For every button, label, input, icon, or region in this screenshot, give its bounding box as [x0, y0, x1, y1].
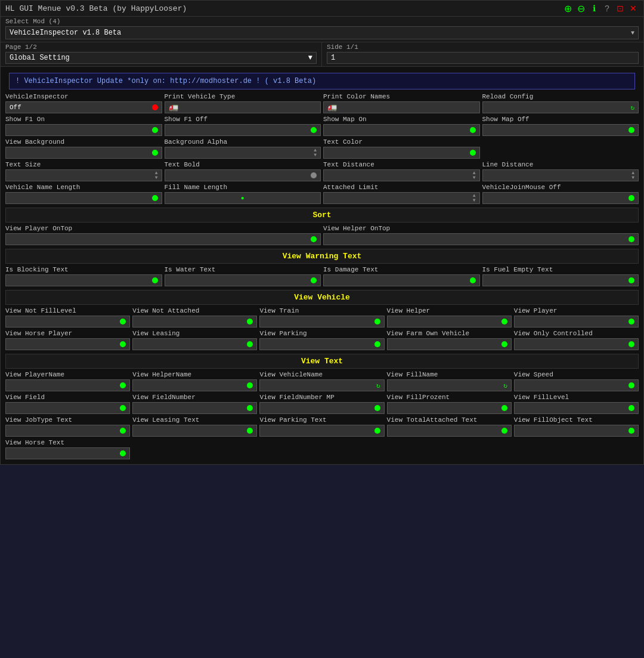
is-damage-text-control[interactable]	[323, 274, 480, 286]
view-only-controlled-label: View Only Controlled	[514, 330, 639, 337]
attached-limit-control[interactable]: ▲▼	[323, 192, 480, 204]
fill-name-length-control[interactable]: ●	[165, 192, 321, 204]
page-side-row: Page 1/2 Global Setting ▼ Side 1/1 1	[1, 42, 643, 67]
view-field-label: View Field	[5, 394, 130, 401]
page-cell: Page 1/2 Global Setting ▼	[1, 42, 322, 66]
view-total-attached-text-control[interactable]	[387, 425, 512, 437]
view-parking-label: View Parking	[259, 330, 384, 337]
background-alpha-control[interactable]: ▲▼	[165, 147, 321, 159]
line-distance-label: Line Distance	[482, 161, 639, 168]
view-helper-name-field: View HelperName	[132, 371, 257, 391]
view-fill-name-control[interactable]: ↻	[387, 379, 512, 391]
text-bold-control[interactable]	[165, 169, 321, 181]
vehicle-inspector-label: VehicleInspector	[5, 93, 162, 100]
vehicle-name-length-control[interactable]	[5, 192, 162, 204]
is-fuel-empty-text-control[interactable]	[482, 274, 639, 286]
show-map-on-indicator	[470, 127, 476, 133]
view-player-control[interactable]	[514, 316, 639, 328]
mod-dropdown[interactable]: VehicleInspector v1.8 Beta ▼	[5, 26, 639, 39]
show-f1-off-label: Show F1 Off	[165, 116, 321, 123]
show-map-on-control[interactable]	[323, 124, 480, 136]
view-fill-level-field: View FillLevel	[514, 394, 639, 414]
vehicle-join-mouse-off-control[interactable]	[482, 192, 639, 204]
print-color-names-control[interactable]: 🚛	[323, 101, 480, 113]
view-horse-text-label: View Horse Text	[5, 439, 130, 446]
fill-name-length-dot: ●	[241, 195, 244, 202]
show-map-off-control[interactable]	[482, 124, 639, 136]
show-f1-off-control[interactable]	[165, 124, 321, 136]
print-vehicle-type-field: Print Vehicle Type 🚛	[165, 93, 321, 113]
view-horse-text-control[interactable]	[5, 447, 130, 459]
view-not-attached-control[interactable]	[132, 316, 257, 328]
view-player-on-top-control[interactable]	[5, 233, 321, 245]
view-train-label: View Train	[259, 307, 384, 314]
minus-button[interactable]: ⊖	[575, 3, 586, 14]
view-player-on-top-label: View Player OnTop	[5, 225, 321, 232]
view-helper-field: View Helper	[387, 307, 512, 328]
close-button[interactable]: ✕	[628, 3, 639, 14]
text-bold-indicator	[311, 172, 317, 178]
view-player-name-control[interactable]	[5, 379, 130, 391]
text-color-control[interactable]	[323, 147, 480, 159]
view-parking-text-control[interactable]	[259, 425, 384, 437]
view-farm-own-vehicle-control[interactable]	[387, 338, 512, 350]
page-dropdown[interactable]: Global Setting ▼	[5, 52, 317, 64]
view-vehicle-row1-grid: View Not FillLevel View Not Attached Vie…	[5, 307, 639, 328]
add-button[interactable]: ⊕	[562, 3, 573, 14]
show-f1-off-indicator	[311, 127, 317, 133]
text-size-control[interactable]: ▲▼	[5, 169, 162, 181]
view-text-row3-grid: View JobType Text View Leasing Text View…	[5, 416, 639, 437]
view-leasing-text-control[interactable]	[132, 425, 257, 437]
row4-grid: Text Size ▲▼ Text Bold Text Distance ▲▼ …	[5, 161, 639, 181]
view-fill-object-text-indicator	[628, 428, 634, 434]
is-fuel-empty-text-field: Is Fuel Empty Text	[482, 266, 639, 286]
help-button[interactable]: ?	[602, 3, 612, 14]
view-vehicle-name-control[interactable]: ↻	[259, 379, 384, 391]
view-fill-level-control[interactable]	[514, 402, 639, 414]
fill-name-length-field: Fill Name Length ●	[165, 184, 321, 204]
is-blocking-text-control[interactable]	[5, 274, 162, 286]
vehicle-inspector-control[interactable]: Off	[5, 101, 162, 113]
view-horse-text-field: View Horse Text	[5, 439, 130, 459]
view-field-number-control[interactable]	[132, 402, 257, 414]
view-not-fill-level-control[interactable]	[5, 316, 130, 328]
view-helper-on-top-field: View Helper OnTop	[323, 225, 639, 245]
is-water-text-control[interactable]	[165, 274, 321, 286]
info-button[interactable]: ℹ	[589, 3, 599, 14]
reload-config-control[interactable]: ↻	[482, 101, 639, 113]
view-speed-indicator	[628, 382, 634, 388]
view-fill-level-label: View FillLevel	[514, 394, 639, 401]
view-field-number-mp-control[interactable]	[259, 402, 384, 414]
show-f1-on-control[interactable]	[5, 124, 162, 136]
view-fill-name-icon: ↻	[503, 382, 507, 390]
view-player-indicator	[628, 319, 634, 325]
view-background-control[interactable]	[5, 147, 162, 159]
side-dropdown[interactable]: 1	[327, 52, 639, 64]
line-distance-control[interactable]: ▲▼	[482, 169, 639, 181]
view-fill-object-text-control[interactable]	[514, 425, 639, 437]
view-job-type-text-control[interactable]	[5, 425, 130, 437]
sort-grid: View Player OnTop View Helper OnTop	[5, 225, 639, 245]
view-horse-player-control[interactable]	[5, 338, 130, 350]
title-bar: HL GUI Menue v0.3 Beta (by HappyLooser) …	[1, 1, 643, 17]
view-player-on-top-indicator	[311, 236, 317, 242]
view-train-control[interactable]	[259, 316, 384, 328]
view-helper-name-control[interactable]	[132, 379, 257, 391]
view-only-controlled-control[interactable]	[514, 338, 639, 350]
is-blocking-text-label: Is Blocking Text	[5, 266, 162, 273]
view-leasing-control[interactable]	[132, 338, 257, 350]
text-distance-spinner: ▲▼	[473, 171, 476, 180]
view-fill-prozent-control[interactable]	[387, 402, 512, 414]
view-helper-control[interactable]	[387, 316, 512, 328]
view-parking-control[interactable]	[259, 338, 384, 350]
print-vehicle-type-control[interactable]: 🚛	[165, 101, 321, 113]
truck-icon-2: 🚛	[327, 103, 337, 112]
view-text-row1-grid: View PlayerName View HelperName View Veh…	[5, 371, 639, 391]
view-speed-control[interactable]	[514, 379, 639, 391]
view-field-control[interactable]	[5, 402, 130, 414]
text-distance-control[interactable]: ▲▼	[323, 169, 480, 181]
settings-icon-button[interactable]: ⊡	[615, 3, 626, 14]
line-distance-field: Line Distance ▲▼	[482, 161, 639, 181]
show-f1-on-indicator	[152, 127, 158, 133]
view-helper-on-top-control[interactable]	[323, 233, 639, 245]
